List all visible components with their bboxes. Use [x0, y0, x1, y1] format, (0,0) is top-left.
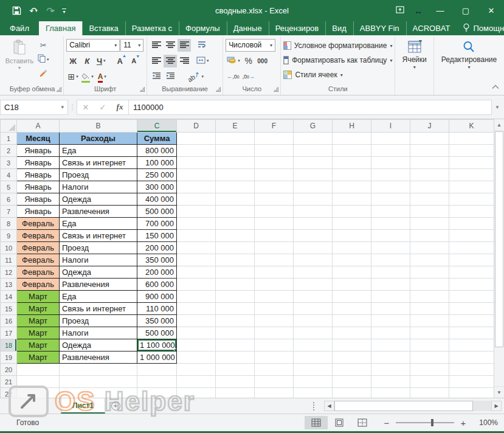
cell-I21[interactable] — [371, 376, 410, 388]
cell-F2[interactable] — [255, 145, 294, 157]
cell-E22[interactable] — [216, 388, 255, 398]
cell-C12[interactable]: 200 000 — [137, 266, 177, 279]
cell-K12[interactable] — [449, 266, 494, 279]
cells-button[interactable]: Ячейки ▾ — [398, 38, 431, 70]
row-header-16[interactable]: 16 — [1, 315, 17, 327]
cell-K7[interactable] — [449, 206, 494, 218]
cell-I2[interactable] — [371, 145, 410, 157]
cell-B10[interactable]: Проезд — [60, 242, 137, 254]
scroll-down-button[interactable]: ▼ — [494, 386, 504, 398]
cell-I19[interactable] — [371, 352, 410, 364]
cell-B6[interactable]: Одежда — [60, 193, 137, 206]
scroll-up-button[interactable]: ▲ — [494, 119, 504, 131]
cell-B2[interactable]: Еда — [60, 145, 137, 157]
cell-K4[interactable] — [449, 169, 494, 181]
scrollbar-resize-handle[interactable] — [313, 402, 319, 410]
column-header-G[interactable]: G — [294, 120, 333, 133]
cell-B3[interactable]: Связь и интернет — [60, 157, 137, 169]
scroll-left-button[interactable]: ◀ — [324, 401, 334, 411]
row-header-9[interactable]: 9 — [1, 230, 17, 242]
comma-style-button[interactable]: 000 — [256, 55, 269, 68]
cell-C22[interactable] — [137, 388, 177, 398]
cell-F6[interactable] — [255, 193, 294, 206]
cell-F20[interactable] — [255, 364, 294, 376]
cell-D8[interactable] — [177, 218, 216, 230]
cell-I10[interactable] — [371, 242, 410, 254]
ribbon-tab-9[interactable]: ACROBAT — [406, 21, 457, 35]
cell-E19[interactable] — [216, 352, 255, 364]
cell-J19[interactable] — [410, 352, 449, 364]
cell-G14[interactable] — [294, 291, 333, 303]
cell-D9[interactable] — [177, 230, 216, 242]
cell-G21[interactable] — [294, 376, 333, 388]
column-header-I[interactable]: I — [371, 120, 410, 133]
cell-D1[interactable] — [177, 133, 216, 145]
cell-J9[interactable] — [410, 230, 449, 242]
cell-G16[interactable] — [294, 315, 333, 327]
cell-A13[interactable]: Февраль — [17, 279, 60, 291]
cell-G8[interactable] — [294, 218, 333, 230]
cell-D7[interactable] — [177, 206, 216, 218]
cell-B17[interactable]: Налоги — [60, 327, 137, 339]
save-button[interactable] — [9, 4, 24, 18]
cell-J2[interactable] — [410, 145, 449, 157]
cell-E21[interactable] — [216, 376, 255, 388]
column-header-E[interactable]: E — [216, 120, 255, 133]
cell-D16[interactable] — [177, 315, 216, 327]
cell-F19[interactable] — [255, 352, 294, 364]
cell-B7[interactable]: Развлечения — [60, 206, 137, 218]
cell-F21[interactable] — [255, 376, 294, 388]
cell-E13[interactable] — [216, 279, 255, 291]
cell-G22[interactable] — [294, 388, 333, 398]
cell-H15[interactable] — [333, 303, 371, 315]
name-box[interactable]: C18 ▾ — [0, 100, 68, 115]
cell-K9[interactable] — [449, 230, 494, 242]
cell-K19[interactable] — [449, 352, 494, 364]
cell-B13[interactable]: Развлечения — [60, 279, 137, 291]
cell-I13[interactable] — [371, 279, 410, 291]
cell-J10[interactable] — [410, 242, 449, 254]
cell-D2[interactable] — [177, 145, 216, 157]
cell-G2[interactable] — [294, 145, 333, 157]
cell-B5[interactable]: Налоги — [60, 181, 137, 193]
cell-J4[interactable] — [410, 169, 449, 181]
clipboard-dialog-launcher[interactable] — [57, 87, 61, 92]
zoom-out-button[interactable]: − — [382, 418, 391, 428]
cell-J14[interactable] — [410, 291, 449, 303]
cell-E3[interactable] — [216, 157, 255, 169]
ribbon-tab-5[interactable]: Данные — [227, 21, 269, 35]
tab-file[interactable]: Файл — [0, 21, 39, 35]
ribbon-tab-2[interactable]: Вставка — [82, 21, 125, 35]
bold-button[interactable]: Ж — [66, 55, 80, 68]
cell-G18[interactable] — [294, 339, 333, 352]
cell-I12[interactable] — [371, 266, 410, 279]
increase-indent-button[interactable] — [164, 71, 177, 83]
column-header-D[interactable]: D — [177, 120, 216, 133]
cell-G7[interactable] — [294, 206, 333, 218]
cell-H11[interactable] — [333, 254, 371, 266]
cell-F4[interactable] — [255, 169, 294, 181]
cell-F18[interactable] — [255, 339, 294, 352]
row-header-19[interactable]: 19 — [1, 352, 17, 364]
column-header-A[interactable]: A — [17, 120, 60, 133]
cell-B1[interactable]: Расходы — [60, 133, 137, 145]
undo-button[interactable]: ↶▾ — [26, 4, 41, 18]
cell-F8[interactable] — [255, 218, 294, 230]
customize-quick-access-button[interactable]: ▾ — [62, 9, 66, 13]
number-dialog-launcher[interactable] — [274, 87, 278, 92]
cell-I11[interactable] — [371, 254, 410, 266]
cell-G5[interactable] — [294, 181, 333, 193]
cell-I7[interactable] — [371, 206, 410, 218]
cell-E14[interactable] — [216, 291, 255, 303]
cell-B16[interactable]: Проезд — [60, 315, 137, 327]
cell-K8[interactable] — [449, 218, 494, 230]
cell-E10[interactable] — [216, 242, 255, 254]
cell-J15[interactable] — [410, 303, 449, 315]
cell-F5[interactable] — [255, 181, 294, 193]
cell-C17[interactable]: 500 000 — [137, 327, 177, 339]
cell-A15[interactable]: Март — [17, 303, 60, 315]
orientation-button[interactable]: ab↗ ▾ — [186, 71, 205, 83]
row-header-1[interactable]: 1 — [1, 133, 17, 145]
cell-K11[interactable] — [449, 254, 494, 266]
cell-D4[interactable] — [177, 169, 216, 181]
